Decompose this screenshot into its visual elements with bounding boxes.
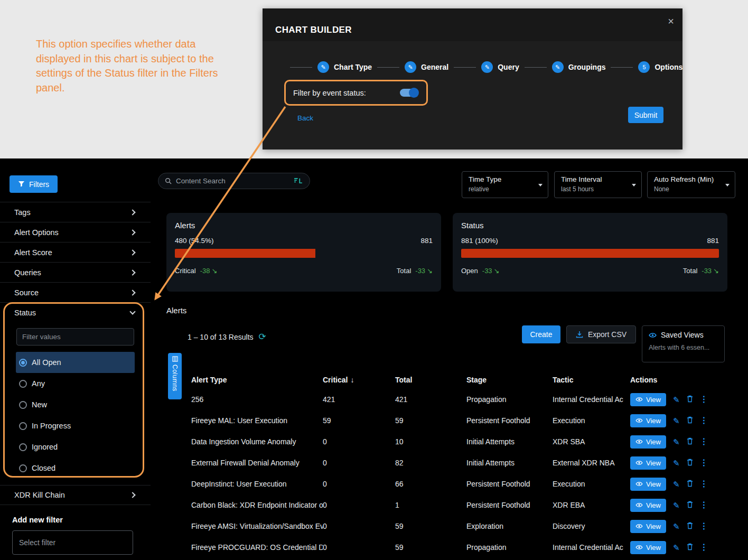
status-option[interactable]: In Progress bbox=[16, 415, 135, 436]
select-filter-input[interactable] bbox=[12, 530, 133, 555]
table-row[interactable]: External Firewall Denial Anomaly 0 82 In… bbox=[184, 452, 740, 473]
time-type-dropdown[interactable]: Time Type relative bbox=[462, 171, 548, 198]
columns-button[interactable]: Columns bbox=[168, 353, 182, 399]
delete-icon[interactable] bbox=[687, 501, 693, 509]
status-option[interactable]: New bbox=[16, 394, 135, 415]
view-button[interactable]: View bbox=[630, 456, 666, 470]
status-option[interactable]: Ignored bbox=[16, 436, 135, 458]
status-option[interactable]: Closed bbox=[16, 458, 135, 479]
view-button[interactable]: View bbox=[630, 520, 666, 533]
status-option[interactable]: Any bbox=[16, 373, 135, 394]
edit-icon[interactable]: ✎ bbox=[673, 544, 680, 552]
results-count: 1 – 10 of 13 Results bbox=[188, 333, 254, 341]
step-icon: 5 bbox=[638, 61, 650, 73]
view-button[interactable]: View bbox=[630, 499, 666, 512]
cell-tactic: XDR SBA bbox=[553, 437, 630, 446]
delete-icon[interactable] bbox=[687, 522, 693, 530]
stepper-step[interactable]: ✎ Query bbox=[448, 61, 519, 73]
submit-button[interactable]: Submit bbox=[628, 107, 663, 123]
content-search[interactable] bbox=[158, 173, 310, 189]
table-row[interactable]: Fireeye PROCGUARD: OS Credential D 0 59 … bbox=[184, 537, 740, 558]
kebab-menu-icon[interactable]: ⋮ bbox=[700, 543, 708, 552]
refresh-icon[interactable]: ⟳ bbox=[259, 331, 266, 342]
sidebar-item-xdr-kill-chain[interactable]: XDR Kill Chain bbox=[0, 485, 151, 505]
header-stage[interactable]: Stage bbox=[466, 376, 553, 384]
delete-icon[interactable] bbox=[687, 416, 693, 425]
table-row[interactable]: Data Ingestion Volume Anomaly 0 10 Initi… bbox=[184, 431, 740, 452]
stepper: ✎ Chart Type ✎ General ✎ Query ✎ Groupin… bbox=[285, 61, 682, 73]
view-button[interactable]: View bbox=[630, 541, 666, 554]
time-interval-dropdown[interactable]: Time Interval last 5 hours bbox=[554, 171, 642, 198]
kebab-menu-icon[interactable]: ⋮ bbox=[700, 437, 708, 446]
table-row[interactable]: 256 421 421 Propagation Internal Credent… bbox=[184, 389, 740, 410]
delete-icon[interactable] bbox=[687, 459, 693, 467]
sidebar-item[interactable]: Alert Options bbox=[0, 222, 151, 242]
edit-icon[interactable]: ✎ bbox=[673, 417, 680, 425]
delete-icon[interactable] bbox=[687, 395, 693, 404]
stepper-step[interactable]: ✎ General bbox=[372, 61, 448, 73]
auto-refresh-dropdown[interactable]: Auto Refresh (Min) None bbox=[647, 171, 735, 198]
eye-icon bbox=[635, 439, 643, 444]
export-csv-button[interactable]: Export CSV bbox=[566, 325, 636, 343]
edit-icon[interactable]: ✎ bbox=[673, 438, 680, 446]
kebab-menu-icon[interactable]: ⋮ bbox=[700, 459, 708, 467]
table-row[interactable]: Fireeye AMSI: Virtualization/Sandbox Ev … bbox=[184, 516, 740, 537]
kebab-menu-icon[interactable]: ⋮ bbox=[700, 395, 708, 404]
status-option-label: Ignored bbox=[32, 443, 58, 451]
edit-icon[interactable]: ✎ bbox=[673, 396, 680, 404]
stepper-step[interactable]: ✎ Chart Type bbox=[285, 61, 372, 73]
table-row[interactable]: Fireeye MAL: User Execution 59 59 Persis… bbox=[184, 410, 740, 431]
edit-icon[interactable]: ✎ bbox=[673, 501, 680, 509]
cell-stage: Initial Attempts bbox=[466, 437, 553, 446]
content-search-input[interactable] bbox=[176, 177, 289, 185]
close-icon[interactable]: × bbox=[668, 15, 674, 27]
sidebar-item[interactable]: Tags bbox=[0, 202, 151, 222]
delta-value: -33 bbox=[482, 267, 492, 275]
stepper-step[interactable]: 5 Options bbox=[605, 61, 682, 73]
delete-icon[interactable] bbox=[687, 480, 693, 488]
saved-views-button[interactable]: Saved Views Alerts with 6 essen... bbox=[642, 325, 725, 362]
eye-icon bbox=[635, 418, 643, 423]
delete-icon[interactable] bbox=[687, 543, 693, 552]
sidebar-item-status[interactable]: Status bbox=[0, 303, 151, 323]
annotation-text: This option specifies whether data displ… bbox=[36, 37, 238, 95]
edit-icon[interactable]: ✎ bbox=[673, 480, 680, 488]
table-row[interactable]: DeepInstinct: User Execution 0 66 Persis… bbox=[184, 473, 740, 494]
kebab-menu-icon[interactable]: ⋮ bbox=[700, 416, 708, 425]
create-button[interactable]: Create bbox=[522, 325, 560, 343]
sidebar-items: Tags Alert Options Alert Score Queries bbox=[0, 202, 151, 303]
edit-icon[interactable]: ✎ bbox=[673, 459, 680, 467]
table-row[interactable]: Carbon Black: XDR Endpoint Indicator o 0… bbox=[184, 494, 740, 516]
header-total[interactable]: Total bbox=[395, 376, 466, 384]
filter-by-event-status-toggle[interactable] bbox=[400, 89, 418, 97]
kebab-menu-icon[interactable]: ⋮ bbox=[700, 522, 708, 530]
chevron-right-icon bbox=[129, 492, 135, 498]
cell-actions: View ✎ ⋮ bbox=[630, 499, 740, 512]
filter-values-input[interactable] bbox=[16, 328, 134, 346]
view-button[interactable]: View bbox=[630, 414, 666, 427]
cell-total: 82 bbox=[395, 459, 466, 467]
view-button[interactable]: View bbox=[630, 435, 666, 449]
view-button[interactable]: View bbox=[630, 478, 666, 491]
status-option[interactable]: All Open bbox=[16, 352, 135, 373]
step-label: Chart Type bbox=[334, 63, 372, 71]
radio-icon bbox=[19, 401, 27, 409]
edit-icon[interactable]: ✎ bbox=[673, 522, 680, 530]
export-csv-label: Export CSV bbox=[588, 330, 627, 339]
filters-button[interactable]: Filters bbox=[10, 175, 58, 193]
stepper-step[interactable]: ✎ Groupings bbox=[519, 61, 606, 73]
kebab-menu-icon[interactable]: ⋮ bbox=[700, 501, 708, 509]
view-button-label: View bbox=[646, 501, 661, 509]
header-tactic[interactable]: Tactic bbox=[553, 376, 630, 384]
sidebar-item[interactable]: Queries bbox=[0, 263, 151, 283]
back-link[interactable]: Back bbox=[297, 114, 313, 122]
sidebar-item[interactable]: Source bbox=[0, 283, 151, 303]
view-button[interactable]: View bbox=[630, 393, 666, 406]
sidebar-item[interactable]: Alert Score bbox=[0, 242, 151, 263]
step-icon: ✎ bbox=[317, 61, 329, 73]
kebab-menu-icon[interactable]: ⋮ bbox=[700, 480, 708, 488]
delete-icon[interactable] bbox=[687, 437, 693, 446]
header-critical[interactable]: Critical↓ bbox=[323, 376, 395, 384]
results-row: 1 – 10 of 13 Results ⟳ bbox=[188, 331, 266, 342]
header-alert-type[interactable]: Alert Type bbox=[184, 376, 323, 384]
